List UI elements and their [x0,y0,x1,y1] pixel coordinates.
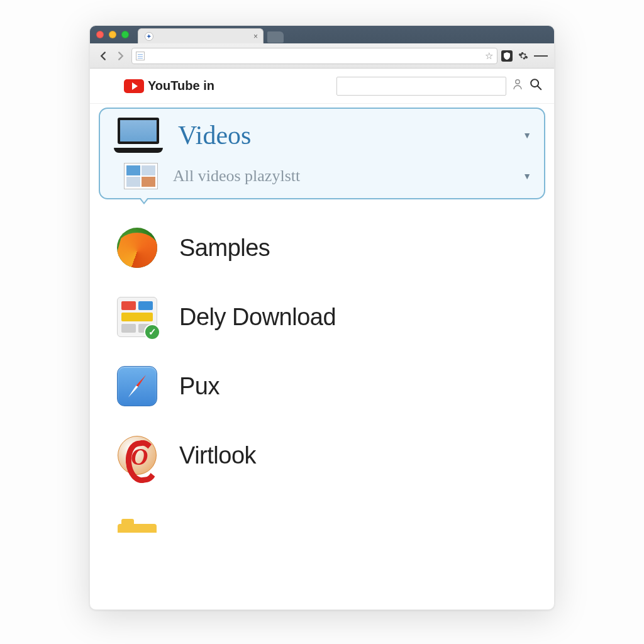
laptop-icon [114,118,163,153]
zoom-window-button[interactable] [121,31,129,38]
item-list: Samples ✓ Dely Download Pux O Virtlook [90,199,554,550]
list-item[interactable]: ✓ Dely Download [115,282,541,352]
safari-icon [115,364,159,408]
site-logo[interactable]: YouTube in [124,79,214,93]
list-item[interactable]: Samples [115,213,541,282]
browser-window: ✦ × ☆ YouTube in [89,25,555,610]
firefox-icon [115,226,159,270]
svg-point-0 [516,80,519,84]
page-icon [136,52,145,60]
tab-close-icon[interactable]: × [253,32,258,41]
extension-shield-icon[interactable] [501,50,513,62]
browser-toolbar: ☆ [90,43,554,69]
playlist-label: All videos plazylstt [173,167,300,186]
tab-strip: ✦ × [90,26,554,43]
settings-gear-icon[interactable] [516,49,530,63]
list-item-label: Virtlook [179,442,256,469]
browser-tab[interactable]: ✦ × [138,28,264,43]
list-item[interactable] [115,490,541,550]
panel-tail-icon [139,198,149,204]
search-icon[interactable] [529,77,543,94]
list-item-label: Dely Download [179,304,336,331]
opera-icon: O [115,433,159,477]
playlist-select[interactable]: All videos plazylstt ▼ [100,158,544,194]
menu-hamburger-icon[interactable] [534,49,548,63]
tiles-check-icon: ✓ [115,295,159,339]
new-tab-button[interactable] [267,31,284,43]
chevron-down-icon: ▼ [523,171,531,181]
youtube-play-icon [124,79,144,93]
address-bar[interactable]: ☆ [131,48,497,64]
search-input[interactable] [336,77,506,96]
list-item-label: Samples [179,235,270,262]
folder-icon [115,494,159,538]
list-item[interactable]: O Virtlook [115,421,541,490]
category-select[interactable]: Videos ▼ [100,113,544,158]
bookmark-star-icon[interactable]: ☆ [485,50,493,62]
list-item[interactable]: Pux [115,352,541,421]
page-header: YouTube in [90,69,554,104]
list-item-label: Pux [179,373,219,400]
forward-button[interactable] [114,49,128,63]
close-window-button[interactable] [96,31,104,38]
category-dropdown-panel: Videos ▼ All videos plazylstt ▼ [99,108,545,199]
back-button[interactable] [96,49,110,63]
minimize-window-button[interactable] [109,31,116,38]
window-controls [96,31,129,38]
category-label: Videos [178,120,251,150]
svg-line-2 [538,86,541,90]
chevron-down-icon: ▼ [523,130,531,140]
user-icon[interactable] [513,79,523,93]
tab-favicon-icon: ✦ [145,32,153,41]
brand-text: YouTube in [148,79,214,93]
thumbnail-grid-icon [124,163,158,189]
url-input[interactable] [148,51,481,60]
